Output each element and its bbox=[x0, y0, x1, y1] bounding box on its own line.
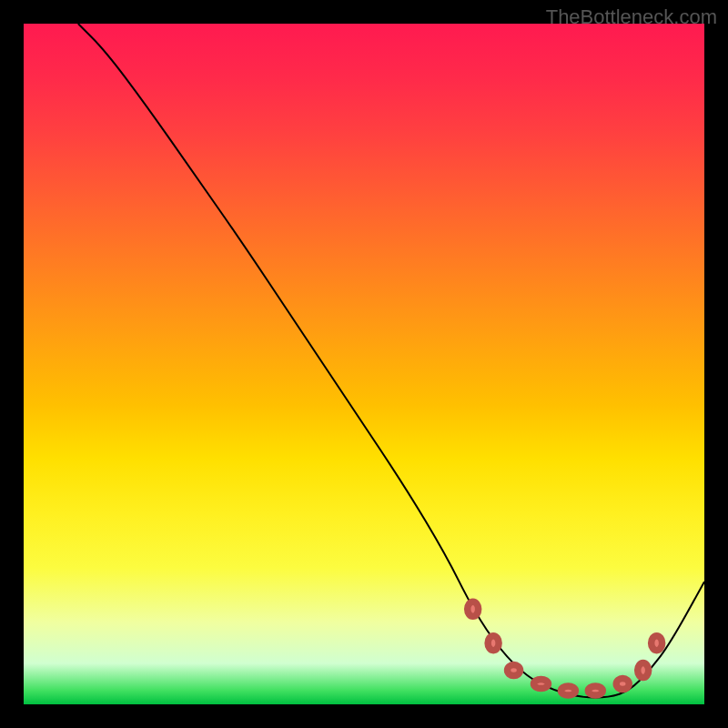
curve-marker bbox=[588, 686, 602, 695]
curve-marker bbox=[533, 680, 548, 689]
curve-marker bbox=[561, 686, 575, 695]
chart-svg bbox=[24, 24, 704, 704]
curve-marker bbox=[488, 636, 499, 651]
curve-markers bbox=[468, 602, 662, 695]
watermark-text: TheBottleneck.com bbox=[546, 5, 717, 29]
curve-marker bbox=[616, 679, 629, 690]
bottleneck-curve-line bbox=[78, 24, 704, 698]
curve-marker bbox=[468, 602, 479, 616]
curve-marker bbox=[652, 636, 662, 651]
curve-marker bbox=[638, 663, 649, 678]
chart-plot-area bbox=[24, 24, 704, 704]
curve-marker bbox=[508, 665, 521, 676]
